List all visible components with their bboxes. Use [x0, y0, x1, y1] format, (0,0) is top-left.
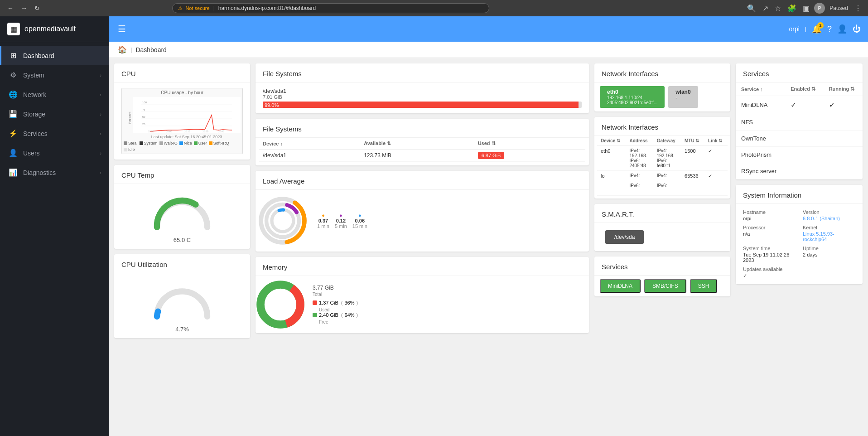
search-icon[interactable]: 🔍	[745, 3, 758, 14]
col-left: CPU CPU usage - by hour Percent	[114, 63, 250, 338]
home-icon[interactable]: 🏠	[118, 45, 127, 54]
sidebar-item-system[interactable]: ⚙ System ›	[0, 65, 109, 85]
col-right-net: Network Interfaces eth0 192.168.1.110/24…	[594, 63, 730, 338]
cpu-temp-card: CPU Temp 65.0 C	[114, 165, 250, 249]
smb-tag[interactable]: SMB/CIFS	[644, 279, 686, 293]
used-badge: 6.87 GiB	[478, 152, 505, 159]
eth0-ip1: 192.168.1.110/24	[607, 95, 657, 100]
topbar-actions: orpi | 🔔 2 ? 👤 ⏻	[789, 24, 861, 34]
notifications-icon[interactable]: 🔔 2	[812, 24, 822, 34]
svg-text:75: 75	[142, 108, 145, 111]
eth0-label: eth0	[607, 89, 657, 95]
svc-owntone-enabled	[785, 131, 823, 147]
eth0-ip2: 2405:4802:9021:d5e0:f...	[607, 100, 657, 105]
hostname-label: Hostname	[743, 209, 796, 215]
ssh-tag[interactable]: SSH	[690, 279, 718, 293]
wlan0-label: wlan0	[675, 89, 690, 95]
net-table-title: Network Interfaces	[594, 117, 730, 136]
net-eth0-device: eth0	[597, 146, 626, 171]
load-1min: ● 0.37 1 min	[317, 213, 329, 229]
extensions-icon[interactable]: 🧩	[786, 3, 798, 14]
sidebar-item-network[interactable]: 🌐 Network ›	[0, 85, 109, 104]
net-lo-link: ✓	[704, 171, 728, 196]
legend-system: System	[140, 141, 158, 145]
chart-legend: Steal System Wait-IO Nice User Soft-IRQ …	[124, 141, 241, 152]
svg-text:20:40: 20:40	[218, 130, 224, 133]
net-eth0-gateway: IPv4:192.168.IPv6:fe80::1	[653, 146, 681, 171]
wlan0-tab[interactable]: wlan0 -	[668, 86, 698, 108]
browser-actions: 🔍 ↗ ☆ 🧩 ▣ P Paused ⋮	[745, 3, 863, 14]
content-area: CPU CPU usage - by hour Percent	[109, 58, 868, 436]
fs-row-device: /dev/sda1	[259, 150, 360, 162]
svc-col-running: Running ⇅	[824, 82, 863, 96]
memory-body: 3.77 GiB Total 1.37 GiB ( 36% )	[256, 276, 589, 333]
browser-nav: ← → ↻	[5, 4, 43, 13]
table-row: PhotoPrism	[736, 147, 863, 163]
svc-nfs: NFS	[736, 114, 785, 131]
svc-nfs-enabled	[785, 114, 823, 131]
fs-size: 7.01 GiB	[263, 94, 582, 100]
star-icon[interactable]: ☆	[773, 3, 783, 14]
table-row: RSync server	[736, 163, 863, 179]
sysinfo-hostname-block: Hostname orpi	[743, 209, 796, 221]
avatar[interactable]: P	[814, 3, 825, 14]
eth0-tab[interactable]: eth0 192.168.1.110/24 2405:4802:9021:d5e…	[600, 86, 665, 108]
fs-table-title: File Systems	[256, 119, 589, 138]
table-row: OwnTone	[736, 131, 863, 147]
menu-icon[interactable]: ⋮	[853, 3, 863, 14]
smart-button[interactable]: /dev/sda	[605, 230, 644, 244]
table-row: MiniDLNA ✓ ✓	[736, 96, 863, 114]
fs-col-used: Used ⇅	[474, 138, 585, 150]
sidebar: ▦ openmediavault ⊞ Dashboard ⚙ System › …	[0, 16, 109, 436]
services-bottom-title: Services	[594, 257, 730, 276]
hamburger-icon[interactable]: ☰	[116, 22, 128, 36]
sidebar-item-dashboard[interactable]: ⊞ Dashboard	[0, 46, 109, 65]
sidebar-label-dashboard: Dashboard	[23, 52, 101, 59]
sysinfo-processor-block: Processor n/a	[743, 225, 796, 242]
topbar: ☰ orpi | 🔔 2 ? 👤 ⏻	[109, 16, 868, 42]
address-bar[interactable]: ⚠ Not secure | harmona.dyndns-ip.com:81/…	[172, 3, 489, 13]
load-values: ● 0.37 1 min ● 0.12 5 min	[317, 213, 367, 229]
smart-card: S.M.A.R.T. /dev/sda	[594, 204, 730, 251]
cpu-util-value: 4.7%	[175, 326, 189, 333]
chart-timestamp: Last update: Sat Sep 16 20:45:01 2023	[133, 135, 241, 139]
sidebar-item-services[interactable]: ⚡ Services ›	[0, 124, 109, 143]
share-icon[interactable]: ↗	[761, 3, 770, 14]
processor-label: Processor	[743, 225, 796, 230]
power-icon[interactable]: ⏻	[853, 24, 861, 34]
systime-val: Tue Sep 19 11:02:26 2023	[743, 252, 796, 263]
user-icon[interactable]: 👤	[837, 24, 847, 34]
sidebar-label-network: Network	[23, 91, 94, 98]
services-table: Service ↑ Enabled ⇅ Running ⇅ MiniDLNA ✓	[736, 82, 863, 179]
net-lo-device: lo	[597, 171, 626, 196]
sidebar-item-diagnostics[interactable]: 📊 Diagnostics ›	[0, 163, 109, 182]
util-gauge-svg	[146, 279, 218, 324]
net-eth0-mtu: 1500	[681, 146, 704, 171]
diagnostics-icon: 📊	[9, 168, 18, 177]
svc-rsync-enabled	[785, 163, 823, 179]
cpu-util-card: CPU Utilization 4.7%	[114, 254, 250, 338]
svc-col-service: Service ↑	[736, 82, 785, 96]
chart-svg: 100 75 50 25 19:50 20	[133, 97, 241, 133]
net-col-mtu: MTU ⇅	[681, 136, 704, 146]
page-title: Dashboard	[135, 46, 167, 53]
dashboard-icon: ⊞	[9, 51, 18, 60]
sidebar-brand: ▦ openmediavault	[0, 16, 109, 42]
minidlna-tag[interactable]: MiniDLNA	[600, 279, 641, 293]
legend-idle: Idle	[124, 147, 135, 152]
network-interfaces-table-card: Network Interfaces Device ⇅ Address Gate…	[594, 117, 730, 199]
back-button[interactable]: ←	[5, 4, 16, 13]
sidebar-item-storage[interactable]: 💾 Storage ›	[0, 104, 109, 124]
sidebar-item-users[interactable]: 👤 Users ›	[0, 143, 109, 163]
sidebar-toggle-icon[interactable]: ▣	[801, 3, 811, 14]
sidebar-label-services: Services	[23, 130, 94, 137]
used-label: Used	[319, 307, 358, 312]
col-right-svc: Services Service ↑ Enabled ⇅ Running ⇅	[736, 63, 863, 338]
help-icon[interactable]: ?	[827, 24, 832, 34]
forward-button[interactable]: →	[18, 4, 30, 13]
memory-card: Memory 3.77 GiB Total	[256, 257, 589, 333]
chevron-users-icon: ›	[100, 150, 101, 156]
table-row: lo IPv4:-IPv6:- IPv4:-IPv6:- 65536 ✓	[597, 171, 728, 196]
svg-text:20:30: 20:30	[203, 130, 208, 133]
reload-button[interactable]: ↻	[32, 4, 43, 13]
